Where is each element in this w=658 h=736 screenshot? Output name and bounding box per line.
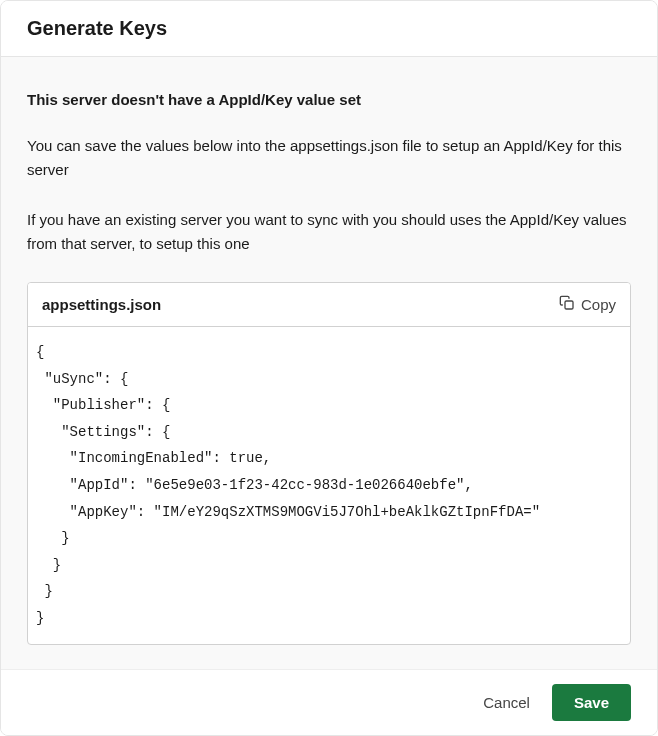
modal-header: Generate Keys xyxy=(1,1,657,57)
instruction-paragraph-1: You can save the values below into the a… xyxy=(27,134,631,182)
instruction-paragraph-2: If you have an existing server you want … xyxy=(27,208,631,256)
modal-title: Generate Keys xyxy=(27,17,631,40)
code-panel-title: appsettings.json xyxy=(42,296,161,313)
modal-body: This server doesn't have a AppId/Key val… xyxy=(1,57,657,669)
no-appid-heading: This server doesn't have a AppId/Key val… xyxy=(27,91,631,108)
code-panel: appsettings.json Copy { "uSync": { "Publ… xyxy=(27,282,631,645)
copy-button-label: Copy xyxy=(581,296,616,313)
code-panel-header: appsettings.json Copy xyxy=(28,283,630,327)
generate-keys-modal: Generate Keys This server doesn't have a… xyxy=(0,0,658,736)
modal-footer: Cancel Save xyxy=(1,669,657,735)
save-button[interactable]: Save xyxy=(552,684,631,721)
copy-icon xyxy=(559,295,575,314)
svg-rect-0 xyxy=(565,301,573,309)
copy-button[interactable]: Copy xyxy=(559,293,616,316)
cancel-button[interactable]: Cancel xyxy=(479,686,534,719)
code-content[interactable]: { "uSync": { "Publisher": { "Settings": … xyxy=(28,327,630,644)
